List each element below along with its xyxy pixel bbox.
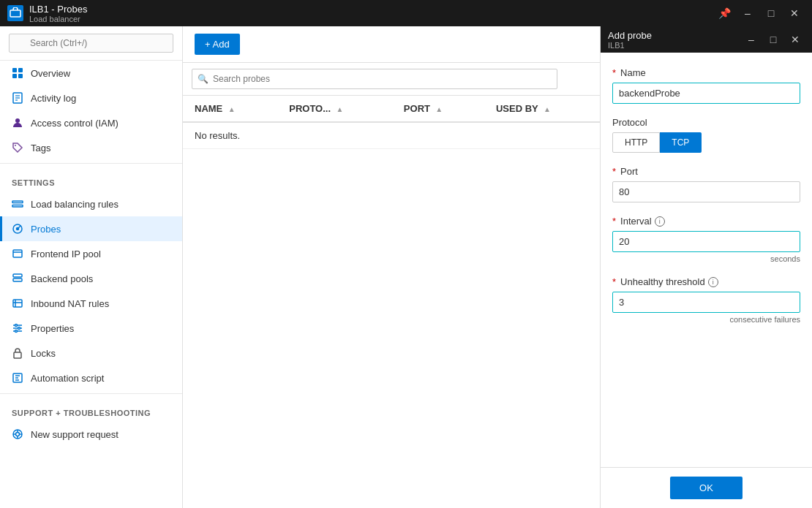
proto-http-button[interactable]: HTTP [612,132,660,153]
sort-proto-icon: ▲ [336,105,343,113]
add-button[interactable]: + Add [195,34,240,55]
iam-icon [12,117,23,129]
pin-button[interactable]: 📌 [714,3,734,23]
sidebar-item-support[interactable]: New support request [0,422,182,447]
window-title: ILB1 - Probes [29,4,88,15]
unhealthy-info-icon[interactable]: i [708,277,718,287]
sidebar-item-probes[interactable]: Probes [0,216,182,241]
form-group-protocol: Protocol HTTP TCP [612,117,800,153]
automation-icon [12,372,23,384]
table-search-input[interactable] [192,69,557,89]
panel-minimize-button[interactable]: – [742,30,761,49]
interval-label: * Interval i [612,216,800,227]
sidebar-item-automation[interactable]: Automation script [0,365,182,390]
sidebar-item-properties[interactable]: Properties [0,316,182,341]
interval-input[interactable] [612,231,800,252]
proto-tcp-button[interactable]: TCP [660,132,702,153]
sidebar-label-overview: Overview [31,68,70,79]
content-toolbar: + Add [183,26,600,63]
sidebar-label-lb-rules: Load balancing rules [31,199,119,210]
sidebar-label-properties: Properties [31,323,74,334]
sidebar-label-probes: Probes [31,224,61,235]
sidebar-label-support: New support request [31,429,119,440]
svg-point-38 [16,433,20,436]
locks-icon [12,347,23,359]
unhealthy-required-star: * [612,276,616,287]
title-bar: ILB1 - Probes Load balancer 📌 – □ ✕ [0,0,812,26]
sidebar-item-nat[interactable]: Inbound NAT rules [0,291,182,316]
protocol-group: HTTP TCP [612,132,800,153]
svg-point-10 [15,145,16,146]
sidebar-search-area: 🔍 [0,26,182,61]
close-button[interactable]: ✕ [784,3,805,23]
properties-icon [12,322,23,334]
sidebar-label-activity: Activity log [31,93,76,104]
overview-icon [12,67,23,79]
form-group-port: * Port [612,166,800,202]
sidebar-item-tags[interactable]: Tags [0,135,182,160]
col-name[interactable]: NAME ▲ [183,96,277,122]
sidebar: 🔍 Overview Activity log Access control (… [0,26,183,508]
support-section-label: SUPPORT + TROUBLESHOOTING [0,397,182,422]
panel-maximize-button[interactable]: □ [764,30,783,49]
svg-rect-4 [18,74,23,78]
sidebar-search-input[interactable] [9,34,173,53]
svg-rect-3 [12,74,17,78]
panel-close-button[interactable]: ✕ [786,30,805,49]
svg-point-25 [15,325,18,327]
interval-info-icon[interactable]: i [655,216,665,227]
maximize-button[interactable]: □ [761,3,781,23]
right-panel-title-bar: Add probe ILB1 – □ ✕ [601,26,812,53]
sort-port-icon: ▲ [435,105,443,113]
col-proto[interactable]: PROTO... ▲ [277,96,392,122]
unhealthy-hint: consecutive failures [612,315,800,324]
sort-usedby-icon: ▲ [544,105,551,113]
col-usedby[interactable]: USED BY ▲ [484,96,600,122]
right-panel-body: * Name Protocol HTTP TCP * Port [601,53,812,467]
sidebar-item-activity-log[interactable]: Activity log [0,86,182,110]
svg-point-9 [15,118,20,123]
name-label: * Name [612,67,800,78]
svg-rect-12 [12,205,23,208]
port-label: * Port [612,166,800,177]
probes-icon [12,223,23,235]
frontend-icon [12,248,23,259]
sidebar-label-locks: Locks [31,348,56,359]
tags-icon [12,142,23,153]
svg-point-28 [18,327,20,330]
svg-rect-11 [12,201,23,203]
sidebar-item-overview[interactable]: Overview [0,61,182,86]
col-port[interactable]: PORT ▲ [392,96,484,122]
svg-rect-20 [13,300,22,307]
svg-rect-2 [18,68,23,72]
port-input[interactable] [612,181,800,202]
sidebar-item-locks[interactable]: Locks [0,341,182,365]
window-subtitle: Load balancer [29,15,88,23]
minimize-button[interactable]: – [737,3,758,23]
unhealthy-label: * Unhealthy threshold i [612,276,800,287]
name-required-star: * [612,67,616,78]
sidebar-label-frontend: Frontend IP pool [31,249,101,259]
content-area: + Add 🔍 NAME ▲ PROTO... [183,26,600,508]
settings-section-label: SETTINGS [0,167,182,192]
support-icon [12,428,23,440]
sidebar-divider-1 [0,163,182,164]
sidebar-item-backend[interactable]: Backend pools [0,266,182,291]
name-input[interactable] [612,83,800,104]
lb-icon [12,198,23,210]
sidebar-label-tags: Tags [31,143,50,153]
sidebar-item-lb-rules[interactable]: Load balancing rules [0,192,182,216]
sidebar-label-iam: Access control (IAM) [31,118,119,129]
right-panel: Add probe ILB1 – □ ✕ * Name Proto [600,26,812,508]
table-container: NAME ▲ PROTO... ▲ PORT ▲ USED BY [183,96,600,508]
svg-point-31 [15,330,18,333]
sort-name-icon: ▲ [228,105,236,113]
sidebar-label-nat: Inbound NAT rules [31,298,109,309]
ok-button[interactable]: OK [670,477,743,499]
sidebar-item-iam[interactable]: Access control (IAM) [0,110,182,135]
protocol-label: Protocol [612,117,800,128]
app-icon [7,5,23,21]
sidebar-item-frontend[interactable]: Frontend IP pool [0,241,182,266]
unhealthy-input[interactable] [612,292,800,313]
form-group-unhealthy: * Unhealthy threshold i consecutive fail… [612,276,800,324]
